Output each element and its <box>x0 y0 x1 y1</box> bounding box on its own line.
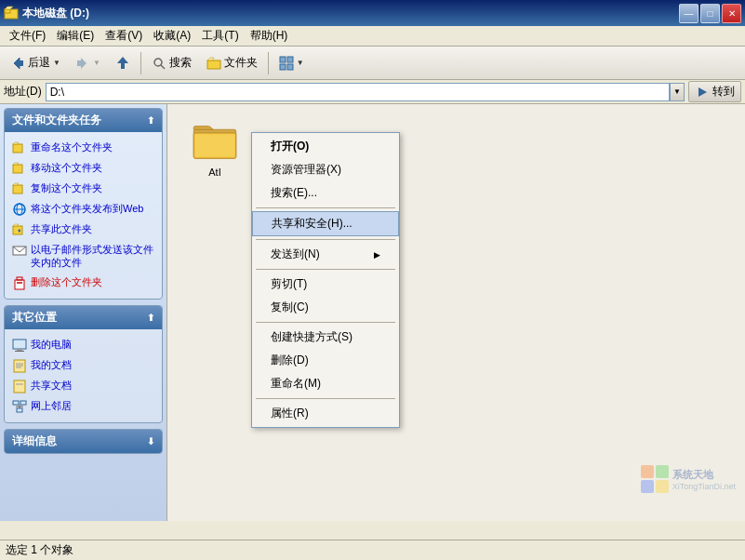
address-label: 地址(D) <box>4 84 42 100</box>
menu-favorites[interactable]: 收藏(A) <box>148 26 196 46</box>
menu-help[interactable]: 帮助(H) <box>245 26 294 46</box>
minimize-button[interactable]: — <box>679 4 698 23</box>
svg-rect-16 <box>287 64 293 70</box>
svg-rect-52 <box>656 465 669 478</box>
folders-button[interactable]: 文件夹 <box>200 51 264 74</box>
ctx-rename[interactable]: 重命名(M) <box>252 372 399 395</box>
task-publish[interactable]: 将这个文件夹发布到Web <box>8 199 158 220</box>
ctx-create-shortcut[interactable]: 创建快捷方式(S) <box>252 326 399 349</box>
file-tasks-header[interactable]: 文件和文件夹任务 ⬆ <box>5 109 162 132</box>
back-button[interactable]: 后退 ▼ <box>4 51 67 74</box>
svg-rect-11 <box>207 60 220 69</box>
forward-dropdown[interactable]: ▼ <box>93 59 100 67</box>
back-icon <box>10 56 25 71</box>
svg-rect-13 <box>280 57 286 62</box>
close-button[interactable]: ✕ <box>722 4 741 23</box>
place-shareddocs[interactable]: 共享文档 <box>8 376 158 396</box>
go-label: 转到 <box>712 84 735 100</box>
svg-marker-5 <box>81 58 86 69</box>
folder-item[interactable]: AtI <box>182 119 247 181</box>
place-network[interactable]: 网上邻居 <box>8 396 158 417</box>
ctx-cut[interactable]: 剪切(T) <box>252 273 399 296</box>
xp-logo-icon <box>641 465 669 493</box>
details-header[interactable]: 详细信息 ⬇ <box>5 430 162 453</box>
ctx-sendto[interactable]: 发送到(N) ▶ <box>252 243 399 266</box>
view-icon <box>279 56 294 71</box>
folders-label: 文件夹 <box>224 55 258 71</box>
ctx-sep-1 <box>256 207 395 208</box>
places-header[interactable]: 其它位置 ⬆ <box>5 306 162 329</box>
context-menu: 打开(O) 资源管理器(X) 搜索(E)... 共享和安全(H)... 发送到(… <box>251 132 400 428</box>
move-icon <box>12 161 27 176</box>
maximize-button[interactable]: □ <box>700 4 720 23</box>
places-body: 我的电脑 我的文档 <box>5 329 162 422</box>
mydocs-icon <box>12 358 27 373</box>
task-delete[interactable]: 删除这个文件夹 <box>8 273 158 293</box>
watermark-text: 系统天地 XiTongTianDi.net <box>672 468 736 491</box>
forward-icon <box>75 56 90 71</box>
left-panel: 文件和文件夹任务 ⬆ 重命名这个文件夹 <box>0 104 167 521</box>
svg-marker-7 <box>117 57 128 63</box>
go-icon <box>695 85 710 100</box>
menu-bar: 文件(F) 编辑(E) 查看(V) 收藏(A) 工具(T) 帮助(H) <box>0 26 745 47</box>
search-label: 搜索 <box>169 55 192 71</box>
menu-file[interactable]: 文件(F) <box>4 26 51 46</box>
task-share[interactable]: ♦ 共享此文件夹 <box>8 220 158 240</box>
back-dropdown[interactable]: ▼ <box>53 59 60 67</box>
svg-rect-41 <box>14 380 25 393</box>
mycomputer-icon <box>12 338 27 353</box>
place-mycomputer[interactable]: 我的电脑 <box>8 335 158 355</box>
menu-tools[interactable]: 工具(T) <box>196 26 244 46</box>
ctx-share-security[interactable]: 共享和安全(H)... <box>252 211 399 236</box>
ctx-delete[interactable]: 删除(D) <box>252 349 399 372</box>
menu-edit[interactable]: 编辑(E) <box>51 26 100 46</box>
window-controls: — □ ✕ <box>679 4 741 23</box>
share-icon: ♦ <box>12 222 27 237</box>
menu-view[interactable]: 查看(V) <box>100 26 148 46</box>
forward-button[interactable]: ▼ <box>69 52 107 74</box>
address-input[interactable]: D:\ <box>46 83 670 101</box>
ctx-copy[interactable]: 复制(C) <box>252 296 399 319</box>
address-dropdown-btn[interactable]: ▼ <box>670 83 685 101</box>
shareddocs-icon <box>12 379 27 393</box>
svg-rect-35 <box>17 349 22 351</box>
window-icon <box>4 6 19 20</box>
task-copy[interactable]: 复制这个文件夹 <box>8 179 158 199</box>
search-button[interactable]: 搜索 <box>145 51 198 74</box>
right-panel: AtI 打开(O) 资源管理器(X) 搜索(E)... 共享和安全(H)... … <box>167 104 745 521</box>
ctx-search[interactable]: 搜索(E)... <box>252 181 399 205</box>
xp-watermark: 系统天地 XiTongTianDi.net <box>641 465 736 493</box>
ctx-sep-4 <box>256 322 395 323</box>
place-mydocs[interactable]: 我的文档 <box>8 355 158 376</box>
collapse-details-icon: ⬇ <box>147 436 154 447</box>
details-section: 详细信息 ⬇ <box>4 429 163 454</box>
view-dropdown[interactable]: ▼ <box>297 59 304 67</box>
up-button[interactable] <box>109 52 137 74</box>
ctx-explorer[interactable]: 资源管理器(X) <box>252 158 399 181</box>
go-button[interactable]: 转到 <box>688 81 741 102</box>
main-layout: 文件和文件夹任务 ⬆ 重命名这个文件夹 <box>0 104 745 521</box>
title-bar: 本地磁盘 (D:) — □ ✕ <box>0 0 745 26</box>
svg-rect-36 <box>15 351 24 352</box>
svg-marker-3 <box>14 58 20 69</box>
svg-rect-20 <box>13 165 22 173</box>
task-rename[interactable]: 重命名这个文件夹 <box>8 138 158 158</box>
folder-icon-graphic <box>193 123 237 163</box>
rename-icon <box>12 140 27 155</box>
ctx-properties[interactable]: 属性(R) <box>252 402 399 425</box>
view-button[interactable]: ▼ <box>273 52 311 74</box>
svg-rect-50 <box>195 135 234 157</box>
places-section: 其它位置 ⬆ 我的电脑 <box>4 305 163 423</box>
up-icon <box>115 56 130 71</box>
svg-rect-15 <box>280 64 286 70</box>
task-move[interactable]: 移动这个文件夹 <box>8 158 158 179</box>
svg-rect-1 <box>5 9 10 13</box>
svg-rect-54 <box>656 480 669 493</box>
svg-rect-33 <box>17 277 22 280</box>
status-bar: 选定 1 个对象 <box>0 540 745 560</box>
ctx-sep-3 <box>256 269 395 270</box>
search-icon <box>152 56 166 71</box>
ctx-open[interactable]: 打开(O) <box>252 135 399 158</box>
copy-icon <box>12 181 27 196</box>
task-email[interactable]: 以电子邮件形式发送该文件夹内的文件 <box>8 240 158 273</box>
